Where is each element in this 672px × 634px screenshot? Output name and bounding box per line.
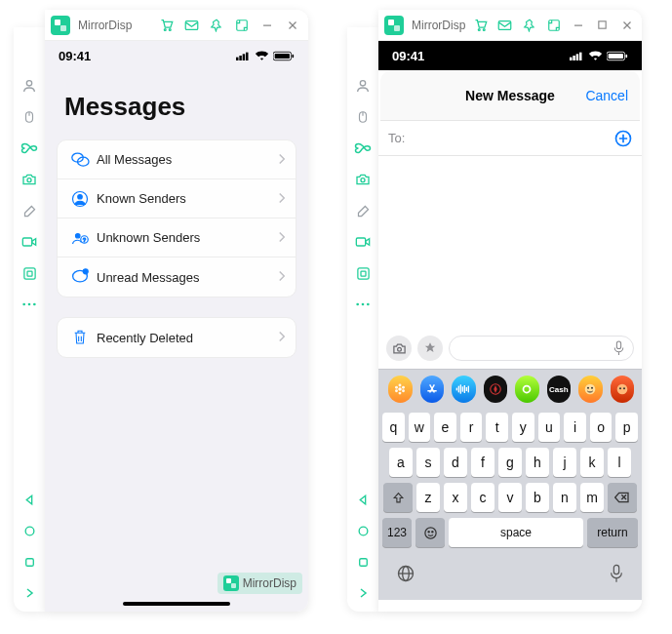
- sidebar-mouse-icon[interactable]: [347, 102, 378, 132]
- sidebar-collapse-icon[interactable]: [23, 582, 35, 604]
- key-backspace[interactable]: [608, 483, 637, 512]
- key-q[interactable]: q: [382, 413, 405, 442]
- svg-point-51: [359, 527, 368, 535]
- sidebar-circle-icon[interactable]: [347, 516, 378, 545]
- titlebar-fullscreen-icon[interactable]: [544, 16, 563, 35]
- appstore-button[interactable]: [417, 336, 443, 361]
- filter-unknown-senders[interactable]: ? Unknown Senders: [58, 218, 296, 258]
- key-n[interactable]: n: [553, 483, 576, 512]
- sidebar-back-icon[interactable]: [347, 485, 378, 514]
- sidebar-camera-icon[interactable]: [14, 165, 45, 194]
- key-l[interactable]: l: [608, 448, 631, 477]
- key-j[interactable]: j: [553, 448, 576, 477]
- sidebar-infinity-icon[interactable]: [347, 134, 378, 163]
- sidebar-collapse-icon[interactable]: [357, 582, 369, 604]
- titlebar-fullscreen-icon[interactable]: [232, 16, 252, 35]
- app-sticker-icon[interactable]: [611, 376, 635, 403]
- message-text-input[interactable]: [449, 336, 634, 361]
- sidebar-mouse-icon[interactable]: [14, 102, 45, 132]
- cancel-button[interactable]: Cancel: [585, 88, 628, 103]
- key-b[interactable]: b: [526, 483, 549, 512]
- home-indicator[interactable]: [123, 602, 230, 606]
- sidebar-infinity-icon[interactable]: [14, 134, 45, 163]
- key-i[interactable]: i: [564, 413, 586, 442]
- key-o[interactable]: o: [590, 413, 613, 442]
- sidebar-back-icon[interactable]: [14, 485, 45, 514]
- sidebar-user-icon[interactable]: [347, 71, 378, 100]
- add-recipient-button[interactable]: [613, 128, 634, 149]
- titlebar-pin-icon[interactable]: [207, 16, 226, 35]
- filter-recently-deleted[interactable]: Recently Deleted: [58, 318, 296, 357]
- key-z[interactable]: z: [416, 483, 440, 512]
- key-u[interactable]: u: [538, 413, 561, 442]
- titlebar-minimize-icon[interactable]: [257, 16, 277, 35]
- key-g[interactable]: g: [498, 448, 522, 477]
- key-shift[interactable]: [383, 483, 413, 512]
- app-cash-icon[interactable]: Cash: [547, 376, 572, 403]
- key-y[interactable]: y: [512, 413, 534, 442]
- sidebar-screen-icon[interactable]: [347, 258, 378, 288]
- sidebar-record-icon[interactable]: [14, 227, 45, 257]
- sidebar-circle-icon[interactable]: [14, 516, 45, 545]
- app-photos-icon[interactable]: [388, 376, 413, 403]
- filter-unread-messages[interactable]: Unread Messages: [58, 258, 296, 297]
- sidebar-edit-icon[interactable]: [14, 196, 45, 225]
- svg-point-8: [28, 303, 31, 306]
- app-fitness-icon[interactable]: [515, 376, 539, 403]
- titlebar-close-icon[interactable]: [283, 16, 302, 35]
- sidebar-square-icon[interactable]: [347, 547, 378, 576]
- svg-rect-58: [499, 20, 512, 29]
- titlebar-close-icon[interactable]: [617, 16, 636, 35]
- key-return[interactable]: return: [587, 518, 638, 547]
- key-e[interactable]: e: [434, 413, 456, 442]
- dictate-icon[interactable]: [609, 563, 624, 588]
- key-m[interactable]: m: [580, 483, 604, 512]
- compose-area[interactable]: [378, 156, 642, 332]
- key-c[interactable]: c: [471, 483, 494, 512]
- key-emoji[interactable]: [415, 518, 445, 547]
- key-d[interactable]: d: [444, 448, 467, 477]
- key-v[interactable]: v: [498, 483, 522, 512]
- key-h[interactable]: h: [526, 448, 549, 477]
- titlebar-minimize-icon[interactable]: [569, 16, 587, 35]
- sidebar-record-icon[interactable]: [347, 227, 378, 257]
- titlebar-maximize-icon[interactable]: [593, 16, 612, 35]
- titlebar-cart-icon[interactable]: [471, 16, 490, 35]
- titlebar-cart-icon[interactable]: [156, 16, 176, 35]
- sidebar-edit-icon[interactable]: [347, 196, 378, 225]
- titlebar-mail-icon[interactable]: [495, 16, 514, 35]
- key-x[interactable]: x: [444, 483, 467, 512]
- sidebar-screen-icon[interactable]: [14, 258, 45, 288]
- filter-known-senders[interactable]: Known Senders: [58, 179, 296, 218]
- titlebar-mail-icon[interactable]: [181, 16, 201, 35]
- chat-badge-icon: [63, 268, 97, 286]
- wifi-icon: [255, 51, 269, 61]
- key-numbers[interactable]: 123: [382, 518, 412, 547]
- sidebar-more-icon[interactable]: [347, 290, 378, 319]
- sidebar-more-icon[interactable]: [14, 290, 45, 319]
- app-compass-icon[interactable]: [484, 376, 508, 403]
- key-r[interactable]: r: [460, 413, 483, 442]
- key-k[interactable]: k: [580, 448, 604, 477]
- to-field-row[interactable]: To:: [378, 121, 642, 156]
- imessage-app-row: Cash: [378, 369, 642, 409]
- sidebar-user-icon[interactable]: [14, 71, 45, 100]
- sidebar-camera-icon[interactable]: [347, 165, 378, 194]
- filter-all-messages[interactable]: All Messages: [58, 140, 296, 179]
- titlebar-pin-icon[interactable]: [520, 16, 538, 35]
- camera-button[interactable]: [386, 336, 412, 361]
- svg-point-48: [356, 303, 359, 306]
- key-t[interactable]: t: [486, 413, 508, 442]
- key-p[interactable]: p: [615, 413, 638, 442]
- key-a[interactable]: a: [389, 448, 413, 477]
- key-f[interactable]: f: [471, 448, 494, 477]
- app-memoji-icon[interactable]: [578, 376, 603, 403]
- key-w[interactable]: w: [409, 413, 431, 442]
- app-audio-icon[interactable]: [452, 376, 476, 403]
- sidebar-square-icon[interactable]: [14, 547, 45, 576]
- svg-rect-88: [466, 387, 467, 391]
- app-appstore-icon[interactable]: [420, 376, 445, 403]
- key-space[interactable]: space: [449, 518, 583, 547]
- globe-icon[interactable]: [396, 564, 415, 587]
- key-s[interactable]: s: [416, 448, 440, 477]
